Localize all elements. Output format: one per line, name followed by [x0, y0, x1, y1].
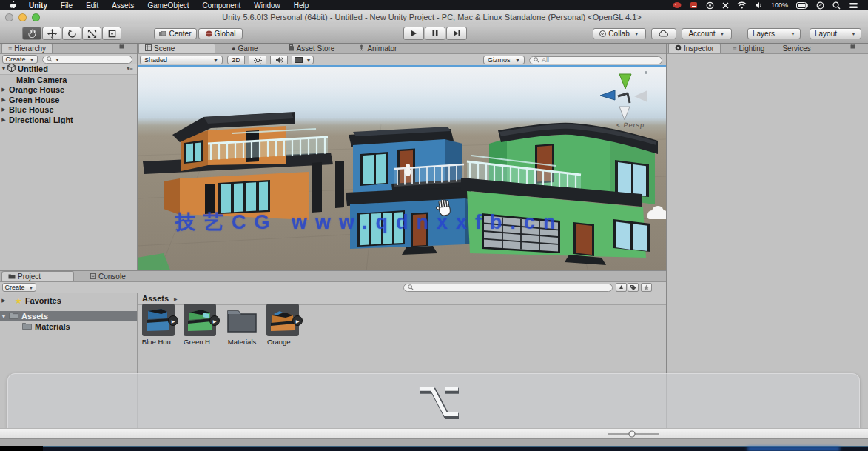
scene-search-input[interactable]: All [529, 56, 662, 64]
tab-console[interactable]: Console [84, 272, 132, 281]
target-icon[interactable] [706, 1, 714, 10]
expand-triangle-icon[interactable]: ▶ [0, 97, 7, 103]
saved-search-button[interactable] [641, 283, 652, 292]
unity-toolbar: Center Global Collab▼ Account▼ Layers▼ [0, 24, 868, 44]
account-dropdown[interactable]: Account▼ [682, 28, 732, 39]
scene-effects-dropdown[interactable]: ▼ [292, 56, 314, 64]
play-button[interactable] [403, 27, 424, 40]
folder-row-materials[interactable]: Materials [0, 321, 137, 332]
hierarchy-item-orange-house[interactable]: ▶Orange House [0, 85, 137, 96]
asset-item-blue-house[interactable]: ▶ Blue Hou.. [139, 304, 178, 346]
prefab-expand-arrow[interactable]: ▶ [292, 315, 303, 326]
scene-viewport[interactable]: 技艺CG www.qdnxxfb.cn < Persp [137, 65, 666, 270]
tab-scene[interactable]: Scene [138, 43, 215, 53]
menu-assets[interactable]: Assets [112, 1, 134, 10]
orange-house-object[interactable] [143, 112, 344, 220]
keycast-icon[interactable] [690, 1, 698, 9]
animator-tab-icon [358, 44, 365, 53]
inspector-tab-icon [675, 44, 682, 53]
layers-dropdown[interactable]: Layers▼ [747, 28, 801, 39]
expand-triangle-icon[interactable]: ▶ [0, 107, 7, 113]
x-status-icon[interactable] [722, 2, 729, 9]
tab-project[interactable]: Project [1, 271, 74, 281]
minimize-window-button[interactable] [18, 13, 27, 21]
expand-triangle-icon[interactable]: ▶ [0, 87, 7, 93]
tab-inspector[interactable]: Inspector [668, 43, 721, 53]
gizmos-dropdown[interactable]: Gizmos▼ [483, 56, 525, 64]
video-bottom-strip [0, 446, 868, 451]
menu-gameobject[interactable]: GameObject [147, 1, 189, 10]
prefab-expand-arrow[interactable]: ▶ [168, 315, 178, 326]
menu-edit[interactable]: Edit [86, 1, 98, 10]
asset-item-materials-folder[interactable]: Materials [223, 304, 261, 346]
tab-hierarchy[interactable]: ≡ Hierarchy [1, 43, 53, 53]
scene-context-menu-icon[interactable]: ▾≡ [127, 65, 133, 72]
hierarchy-item-main-camera[interactable]: Main Camera [0, 75, 137, 85]
project-bottom-bar [0, 428, 868, 439]
control-center-icon[interactable] [849, 2, 858, 9]
asset-item-green-house[interactable]: ▶ Green H... [181, 304, 219, 346]
asset-zoom-slider[interactable] [604, 429, 663, 439]
persp-label[interactable]: < Persp [616, 121, 645, 129]
hand-tool-button[interactable] [22, 27, 41, 40]
tab-services[interactable]: Services [776, 44, 816, 53]
prefab-expand-arrow[interactable]: ▶ [209, 315, 220, 326]
scene-lighting-toggle[interactable] [249, 56, 266, 64]
project-create-button[interactable]: Create▼ [2, 283, 36, 292]
scene-row-untitled[interactable]: ▼ Untitled ▾≡ [0, 64, 137, 75]
asset-item-orange-house[interactable]: ▶ Orange ... [263, 304, 302, 346]
shaded-mode-dropdown[interactable]: Shaded▼ [140, 56, 223, 64]
unity-scene-icon [7, 64, 16, 73]
rotate-tool-button[interactable] [62, 27, 81, 40]
screen-record-icon[interactable] [673, 1, 682, 9]
tab-game[interactable]: ● Game [226, 44, 264, 53]
hierarchy-create-button[interactable]: Create▼ [2, 55, 38, 64]
search-icon [47, 56, 53, 62]
collab-button[interactable]: Collab▼ [593, 28, 646, 39]
volume-icon[interactable] [755, 1, 763, 9]
expand-triangle-icon[interactable]: ▶ [0, 117, 7, 123]
favorites-row[interactable]: ▶ ★ Favorites [0, 295, 137, 306]
scene-audio-toggle[interactable] [270, 56, 288, 64]
scale-tool-button[interactable] [82, 27, 101, 40]
green-house-object[interactable] [461, 123, 658, 265]
battery-icon [796, 2, 808, 9]
window-title-bar[interactable]: Unity 5.6.0f3 Personal (64bit) - Untitle… [0, 10, 868, 24]
zoom-window-button[interactable] [32, 13, 40, 21]
menu-window[interactable]: Window [254, 1, 280, 10]
menu-unity[interactable]: Unity [29, 1, 47, 10]
folder-row-assets[interactable]: ▼ Assets [0, 311, 137, 321]
blue-house-object[interactable] [346, 127, 480, 255]
2d-toggle-button[interactable]: 2D [227, 56, 245, 64]
cloud-services-button[interactable] [651, 28, 676, 39]
video-bottom-strip-corner [0, 446, 43, 451]
layout-dropdown[interactable]: Layout▼ [810, 28, 861, 39]
step-button[interactable] [446, 27, 467, 40]
hierarchy-item-green-house[interactable]: ▶Green House [0, 95, 137, 105]
rect-tool-button[interactable] [102, 27, 121, 40]
tab-lighting[interactable]: ≡ Lighting [727, 44, 770, 53]
hierarchy-item-blue-house[interactable]: ▶Blue House [0, 105, 137, 116]
menu-help[interactable]: Help [294, 1, 309, 10]
hierarchy-search-input[interactable]: ▼ [42, 56, 132, 64]
option-key-glyph [419, 381, 459, 427]
search-by-type-button[interactable] [616, 283, 627, 292]
siri-icon[interactable] [816, 1, 824, 10]
pivot-center-button[interactable]: Center [154, 28, 197, 39]
menu-component[interactable]: Component [203, 1, 241, 10]
tab-asset-store[interactable]: Asset Store [282, 44, 341, 53]
tab-animator[interactable]: Animator [352, 44, 403, 53]
spotlight-search-icon[interactable] [832, 1, 841, 10]
project-search-input[interactable] [403, 284, 613, 292]
move-tool-button[interactable] [42, 27, 61, 40]
search-by-label-button[interactable] [628, 283, 639, 292]
scene-orientation-gizmo[interactable] [600, 71, 647, 120]
pause-button[interactable] [425, 27, 445, 40]
wifi-icon[interactable] [737, 1, 747, 9]
hierarchy-item-directional-light[interactable]: ▶Directional Light [0, 115, 137, 125]
close-window-button[interactable] [5, 13, 13, 21]
window-title: Unity 5.6.0f3 Personal (64bit) - Untitle… [40, 13, 824, 21]
pivot-global-button[interactable]: Global [198, 28, 243, 39]
apple-menu-icon[interactable] [10, 1, 17, 10]
menu-file[interactable]: File [61, 1, 73, 10]
